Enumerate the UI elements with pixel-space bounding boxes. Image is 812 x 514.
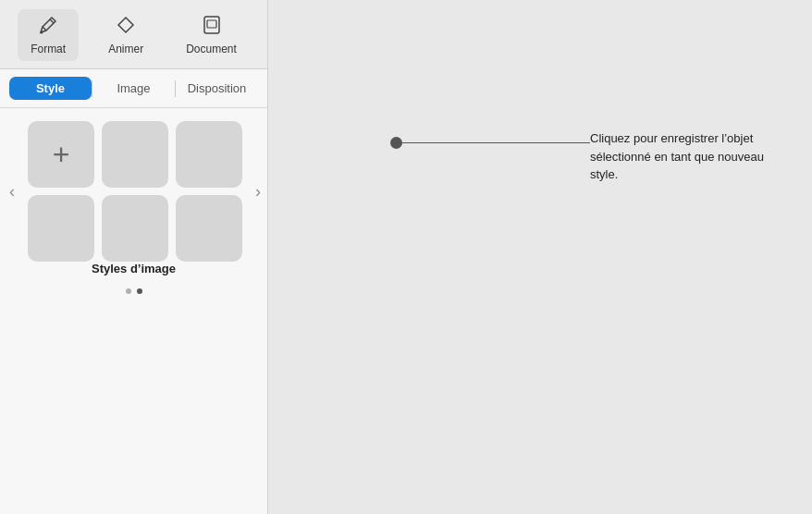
format-label: Format — [31, 43, 66, 55]
callout-line — [396, 142, 590, 143]
style-cell-2[interactable] — [102, 121, 168, 188]
style-content: ‹ + › Styles d’image — [0, 108, 267, 514]
section-label: Styles d’image — [92, 262, 176, 275]
inspector-panel: Format Animer Document Style Imag — [0, 0, 268, 514]
style-grid: + — [20, 121, 250, 262]
next-arrow[interactable]: › — [250, 182, 266, 202]
toolbar-format-button[interactable]: Format — [18, 9, 79, 61]
tab-image[interactable]: Image — [92, 77, 175, 100]
toolbar-animer-button[interactable]: Animer — [95, 9, 156, 61]
prev-arrow[interactable]: ‹ — [4, 182, 20, 202]
tab-disposition[interactable]: Disposition — [176, 77, 258, 100]
segment-tabs: Style Image Disposition — [0, 69, 267, 108]
background-area — [268, 0, 812, 514]
callout-text: Cliquez pour enregistrer l’objet sélecti… — [590, 129, 775, 184]
animer-label: Animer — [108, 43, 143, 55]
style-cell-3[interactable] — [176, 121, 242, 188]
svg-rect-2 — [207, 20, 216, 28]
dot-1[interactable] — [126, 288, 131, 294]
svg-rect-1 — [204, 17, 219, 33]
callout: Cliquez pour enregistrer l’objet sélecti… — [590, 129, 775, 184]
style-cell-6[interactable] — [176, 195, 242, 262]
add-icon: + — [53, 138, 70, 172]
page-dots — [126, 288, 142, 294]
document-label: Document — [186, 43, 237, 55]
add-style-cell[interactable]: + — [28, 121, 94, 188]
style-cell-5[interactable] — [102, 195, 168, 262]
toolbar-document-button[interactable]: Document — [173, 9, 250, 61]
document-icon — [202, 15, 222, 39]
animer-icon — [116, 15, 136, 39]
tab-style[interactable]: Style — [9, 77, 92, 100]
grid-nav: ‹ + › — [0, 121, 267, 262]
format-icon — [38, 15, 58, 39]
svg-point-0 — [41, 31, 43, 34]
style-cell-4[interactable] — [28, 195, 94, 262]
toolbar: Format Animer Document — [0, 0, 267, 69]
dot-2[interactable] — [137, 288, 142, 294]
